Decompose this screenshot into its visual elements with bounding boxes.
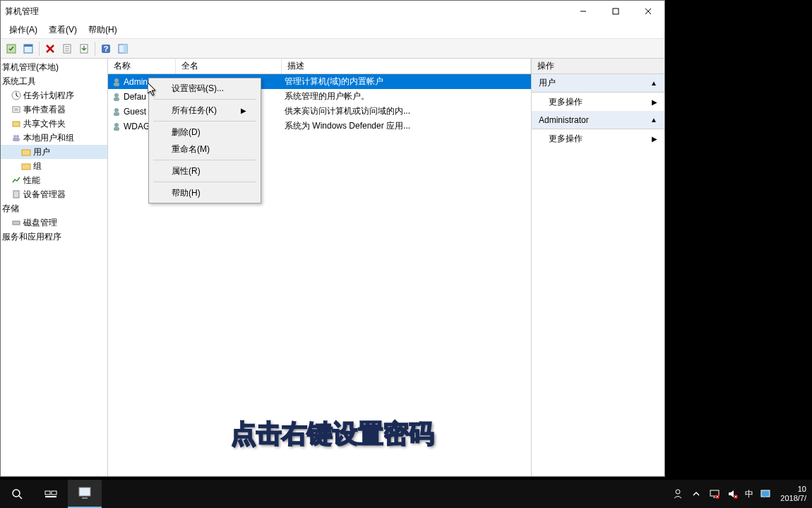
svg-point-38 [114, 123, 119, 127]
svg-rect-33 [114, 83, 119, 86]
toolbar-properties-icon[interactable] [59, 41, 75, 57]
actions-header: 操作 [532, 59, 664, 74]
maximize-button[interactable] [599, 1, 632, 22]
svg-rect-24 [13, 122, 20, 126]
toolbar-refresh-icon[interactable] [4, 41, 19, 57]
tray-network-icon[interactable] [708, 488, 721, 500]
tray-ime-icon[interactable]: 中 [745, 488, 753, 500]
tree-services-apps[interactable]: 服务和应用程序 [1, 230, 107, 244]
user-icon [111, 76, 122, 88]
user-icon [111, 121, 122, 132]
actions-section-users[interactable]: 用户▲ [532, 74, 664, 93]
svg-point-41 [13, 490, 20, 497]
folder-icon [20, 160, 32, 172]
window-controls [567, 1, 664, 22]
user-icon [111, 91, 122, 102]
context-rename[interactable]: 重命名(M) [149, 141, 261, 158]
taskbar-app-mmc[interactable] [68, 480, 102, 508]
actions-more-users[interactable]: 更多操作▶ [532, 93, 664, 111]
context-separator [153, 160, 256, 160]
toolbar-help-icon[interactable]: ? [98, 41, 114, 57]
tray-notification-icon[interactable] [759, 488, 772, 500]
taskbar-search-icon[interactable] [0, 480, 34, 508]
actions-section-admin[interactable]: Administrator▲ [532, 111, 664, 129]
disk-icon [11, 217, 22, 228]
toolbar-panel-icon[interactable] [115, 41, 131, 57]
taskbar: 中 10 2018/7/ [0, 480, 812, 508]
svg-rect-46 [79, 488, 90, 496]
tree-groups[interactable]: 组 [1, 159, 107, 173]
context-delete[interactable]: 删除(D) [149, 124, 261, 141]
taskbar-clock[interactable]: 10 2018/7/ [777, 485, 809, 503]
svg-line-42 [19, 496, 22, 499]
column-name[interactable]: 名称 [108, 59, 176, 73]
svg-rect-31 [13, 221, 20, 225]
scheduler-icon [11, 90, 22, 101]
context-separator [153, 121, 256, 122]
collapse-icon: ▲ [650, 116, 657, 124]
menubar: 操作(A) 查看(V) 帮助(H) [1, 22, 664, 39]
svg-text:?: ? [104, 45, 109, 53]
context-separator [153, 99, 256, 100]
collapse-icon: ▲ [650, 79, 657, 87]
tree-shared-folders[interactable]: 共享文件夹 [1, 117, 107, 131]
navigation-tree[interactable]: 算机管理(本地) 系统工具 任务计划程序 事件查看器 共享文件夹 本地用户和组 … [1, 59, 108, 476]
toolbar-delete-icon[interactable] [42, 41, 58, 57]
tree-local-users-groups[interactable]: 本地用户和组 [1, 131, 107, 145]
svg-rect-21 [13, 107, 20, 112]
device-icon [11, 189, 22, 200]
menu-action[interactable]: 操作(A) [4, 23, 43, 37]
svg-rect-27 [13, 138, 20, 141]
svg-rect-17 [124, 45, 127, 53]
tree-disk-management[interactable]: 磁盘管理 [1, 215, 107, 230]
svg-rect-28 [22, 150, 30, 155]
column-description[interactable]: 描述 [282, 59, 531, 73]
tree-users[interactable]: 用户 [1, 145, 107, 159]
context-set-password[interactable]: 设置密码(S)... [149, 80, 261, 97]
context-help[interactable]: 帮助(H) [149, 184, 261, 201]
titlebar[interactable]: 算机管理 [1, 1, 664, 22]
svg-marker-54 [729, 490, 734, 497]
menu-view[interactable]: 查看(V) [43, 23, 83, 37]
minimize-button[interactable] [567, 1, 599, 22]
list-header: 名称 全名 描述 [108, 59, 531, 74]
chevron-right-icon: ▶ [241, 107, 246, 114]
svg-point-34 [114, 93, 119, 98]
tray-volume-icon[interactable] [727, 488, 739, 500]
user-icon [111, 106, 122, 117]
svg-rect-47 [82, 497, 88, 499]
toolbar-separator [39, 42, 40, 56]
context-menu: 设置密码(S)... 所有任务(K)▶ 删除(D) 重命名(M) 属性(R) 帮… [148, 78, 261, 203]
content-panes: 算机管理(本地) 系统工具 任务计划程序 事件查看器 共享文件夹 本地用户和组 … [1, 59, 664, 476]
tree-event-viewer[interactable]: 事件查看器 [1, 102, 107, 117]
svg-rect-58 [761, 490, 770, 497]
context-all-tasks[interactable]: 所有任务(K)▶ [149, 102, 261, 119]
tree-storage[interactable]: 存储 [1, 201, 107, 215]
svg-rect-45 [45, 496, 56, 497]
tree-performance[interactable]: 性能 [1, 173, 107, 187]
window-title: 算机管理 [5, 6, 39, 18]
tree-root[interactable]: 算机管理(本地) [1, 60, 107, 74]
tree-device-manager[interactable]: 设备管理器 [1, 187, 107, 201]
toolbar-export-icon[interactable] [76, 41, 92, 57]
svg-rect-39 [114, 127, 119, 131]
svg-point-32 [114, 78, 119, 83]
taskbar-taskview-icon[interactable] [34, 480, 68, 508]
toolbar-window-icon[interactable] [20, 41, 36, 57]
actions-pane: 操作 用户▲ 更多操作▶ Administrator▲ 更多操作▶ [532, 59, 664, 476]
context-properties[interactable]: 属性(R) [149, 163, 261, 179]
actions-more-admin[interactable]: 更多操作▶ [532, 129, 664, 148]
close-button[interactable] [632, 1, 664, 22]
svg-rect-29 [22, 164, 30, 170]
tray-people-icon[interactable] [671, 488, 684, 500]
share-icon [11, 118, 22, 129]
tree-system-tools[interactable]: 系统工具 [1, 74, 107, 88]
column-fullname[interactable]: 全名 [176, 59, 282, 73]
tray-up-icon[interactable] [690, 488, 703, 500]
svg-rect-6 [24, 45, 32, 47]
menu-help[interactable]: 帮助(H) [83, 23, 123, 37]
users-group-icon [11, 132, 22, 143]
tree-task-scheduler[interactable]: 任务计划程序 [1, 88, 107, 102]
event-icon [11, 104, 22, 115]
svg-point-26 [16, 135, 19, 138]
